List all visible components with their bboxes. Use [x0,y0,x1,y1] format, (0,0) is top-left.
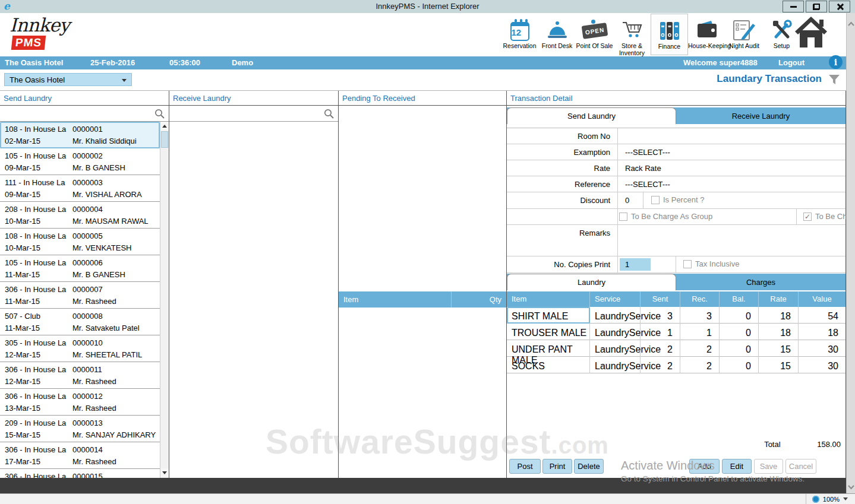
list-item[interactable]: 305 - In House La 0000010 12-Mar-15 Mr. … [0,335,160,362]
triangle-up-icon [162,125,167,128]
list-item[interactable]: 111 - In House La 0000003 09-Mar-15 Mr. … [0,175,160,202]
table-row[interactable]: TROUSER MALE LaundryService 1 1 0 18 18 [507,324,845,340]
list-item[interactable]: 208 - In House La 0000004 10-Mar-15 Mr. … [0,202,160,229]
list-item[interactable]: 209 - In House La 0000013 15-Mar-15 Mr. … [0,416,160,442]
close-icon [837,4,843,10]
chevron-down-icon [843,497,848,500]
send-list-scrollbar[interactable] [160,122,169,478]
business-date: 25-Feb-2016 [90,58,135,67]
zoom-icon [812,496,819,503]
reference-select[interactable]: ---SELECT--- [618,176,845,192]
transaction-detail-title: Transaction Detail [507,91,845,106]
list-item[interactable]: 306 - In House La 0000007 11-Mar-15 Mr. … [0,282,160,309]
copies-cell: 1 Tax Inclusive [618,256,845,272]
info-icon[interactable]: i [829,55,843,69]
print-button[interactable]: Print [542,459,572,474]
post-button[interactable]: Post [509,459,541,474]
col-sent: Sent [641,291,680,307]
form-row-discount: Discount 0 Is Percent ? [507,192,845,209]
form-row-room-no: Room No [507,128,845,144]
rate-select[interactable]: Rack Rate [618,160,845,176]
toolbar-item-point-of-sale[interactable]: OPEN Point Of Sale [576,14,613,55]
scroll-down-button[interactable] [160,468,169,477]
close-button[interactable] [829,1,850,12]
minimize-button[interactable] [783,1,804,12]
col-item: Item [507,291,590,307]
copies-label: No. Copies Print [507,256,618,272]
tab-receive-laundry[interactable]: Receive Laundry [676,107,845,124]
remarks-textarea[interactable] [618,225,845,256]
edit-button[interactable]: Edit [722,459,752,474]
list-item[interactable]: 306 - In House La 0000011 12-Mar-15 Mr. … [0,362,160,389]
toolbar-item-front-desk[interactable]: Front Desk [538,14,576,55]
main-content: Send Laundry 108 - In House La 0000001 0… [0,90,846,478]
list-item[interactable]: 105 - In House La 0000006 11-Mar-15 Mr. … [0,255,160,282]
copies-input[interactable]: 1 [620,258,651,271]
cancel-button[interactable]: Cancel [785,459,816,474]
list-item[interactable]: 105 - In House La 0000002 09-Mar-15 Mr. … [0,148,160,175]
search-icon [324,109,334,119]
toolbar-item-night-audit[interactable]: Night Audit [725,14,763,55]
send-laundry-search-input[interactable] [0,106,169,122]
table-row[interactable]: SHIRT MALE LaundryService 3 3 0 18 54 [507,307,845,324]
discount-cell: 0 Is Percent ? [618,192,845,208]
col-rec: Rec. [680,291,720,307]
zoom-level: 100% [823,496,840,503]
toolbar-item-house-keeping[interactable]: House-Keeping [688,14,725,55]
restore-button[interactable] [806,1,827,12]
is-percent-checkbox[interactable]: Is Percent ? [651,195,704,204]
table-row[interactable]: SOCKS LaundryService 2 2 0 15 30 [507,357,845,373]
tab-send-laundry[interactable]: Send Laundry [507,107,676,124]
scroll-up-button[interactable] [160,122,169,131]
tab-laundry[interactable]: Laundry [507,274,676,290]
filter-button[interactable] [828,74,840,87]
charge-as-group-checkbox[interactable]: To Be Charge As Group [619,212,712,221]
examption-select[interactable]: ---SELECT--- [618,144,845,160]
receive-laundry-search-input[interactable] [169,106,338,122]
form-row-examption: Examption ---SELECT--- [507,144,845,160]
checkbox-icon [683,260,692,268]
tab-charges[interactable]: Charges [676,274,845,290]
add-button[interactable]: Add [689,459,720,474]
detail-tabs: Send Laundry Receive Laundry [507,107,845,124]
chevron-up-icon[interactable] [847,21,855,27]
list-item[interactable]: 306 - In House La 0000012 13-Mar-15 Mr. … [0,389,160,416]
binders-icon [651,17,687,42]
list-item[interactable]: 306 - In House La 0000015 [0,469,160,478]
logout-link[interactable]: Logout [778,58,804,67]
toolbar-item-finance[interactable]: Finance [651,14,688,55]
restore-icon [813,4,819,9]
toolbar-item-store-inventory[interactable]: Store & Inventory [613,14,651,55]
browser-window: e InnkeyPMS - Internet Explorer Innkey P… [0,0,855,504]
scrollbar-thumb[interactable] [161,131,168,148]
discount-label: Discount [507,192,618,208]
innkey-pms-logo: Innkey PMS [10,14,75,55]
list-item[interactable]: 108 - In House La 0000005 10-Mar-15 Mr. … [0,229,160,255]
form-row-remarks: Remarks [507,225,845,256]
table-row[interactable]: UNDER PANT MALE LaundryService 2 2 0 15 … [507,340,845,357]
list-item[interactable]: 306 - In House La 0000014 17-Mar-15 Mr. … [0,442,160,469]
discount-input[interactable]: 0 [625,196,629,205]
browser-zoom-control[interactable]: 100% [806,494,854,504]
list-item[interactable]: 507 - Club 0000008 11-Mar-15 Mr. Satvake… [0,309,160,335]
wallet-icon [688,16,725,41]
save-button[interactable]: Save [754,459,783,474]
room-no-field[interactable] [618,128,845,144]
window-controls [781,1,850,12]
home-button[interactable] [794,15,828,52]
delete-button[interactable]: Delete [574,459,604,474]
form-row-charge-mode: To Be Charge As Group ✓ To Be Charge As … [507,209,845,225]
hotel-select-dropdown[interactable]: The Oasis Hotel [4,73,132,86]
list-item[interactable]: 108 - In House La 0000001 02-Mar-15 Mr. … [0,122,160,148]
send-laundry-title: Send Laundry [0,91,169,106]
page-scrollbar[interactable] [846,13,855,493]
form-row-copies: No. Copies Print 1 Tax Inclusive [507,256,845,273]
app-header: Innkey PMS 12 Reservation Front Desk OPE… [0,13,846,56]
hotel-select-value: The Oasis Hotel [10,75,65,84]
tax-inclusive-checkbox[interactable]: Tax Inclusive [683,259,739,268]
logo-pms-badge: PMS [11,36,46,50]
filter-icon [828,74,840,85]
chevron-down-icon[interactable] [847,484,855,490]
toolbar-item-reservation[interactable]: 12 Reservation [501,14,538,55]
dark-footer-bar [0,478,846,493]
